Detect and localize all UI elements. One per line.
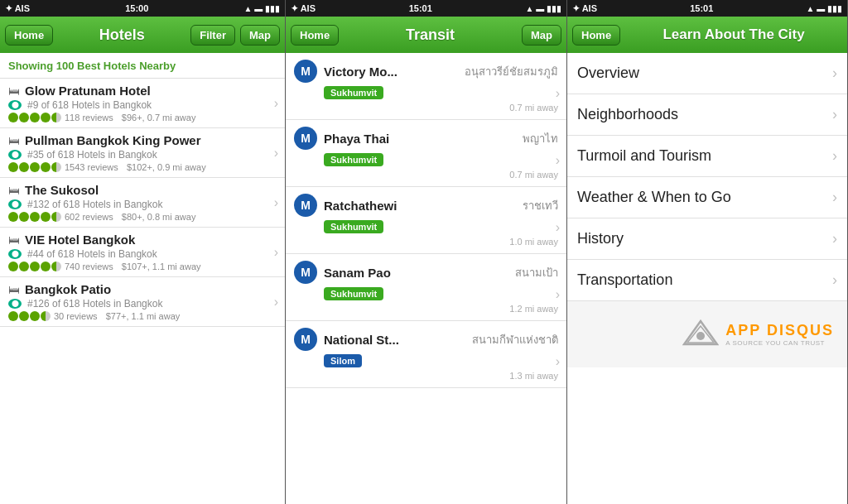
metro-badge: M xyxy=(294,328,317,351)
hotel-price-dist: $107+, 1.1 mi away xyxy=(117,262,201,271)
metro-badge: M xyxy=(294,261,317,284)
learn-item-label: Transportation xyxy=(577,271,672,289)
learn-item-label: Overview xyxy=(577,65,639,82)
hotel-price-dist: $96+, 0.7 mi away xyxy=(117,113,196,122)
hotel-reviews: 602 reviews xyxy=(65,212,113,222)
hotel-stars xyxy=(8,162,61,172)
svg-point-2 xyxy=(696,332,705,340)
hotel-reviews: 30 reviews xyxy=(54,311,98,321)
hotel-rank: #126 of 618 Hotels in Bangkok xyxy=(27,298,162,310)
station-name: National St... xyxy=(324,333,465,347)
tripadvisor-logo: ⬤ xyxy=(8,100,22,110)
chevron-icon: › xyxy=(274,146,278,161)
station-distance: 0.7 mi away xyxy=(294,170,558,180)
transit-title: Transit xyxy=(344,26,517,44)
learn-item-label: Turmoil and Tourism xyxy=(577,147,711,165)
hotel-name: Glow Pratunam Hotel xyxy=(25,84,277,98)
hotels-map-button[interactable]: Map xyxy=(240,25,280,46)
metro-badge: M xyxy=(294,60,317,83)
learn-item-weather[interactable]: Weather & When to Go › xyxy=(567,177,847,218)
learn-item-neighborhoods[interactable]: Neighborhoods › xyxy=(567,94,847,136)
learn-item-transportation[interactable]: Transportation › xyxy=(567,260,847,301)
chevron-icon: › xyxy=(832,65,837,82)
station-thai: สนามกีฬาแห่งชาติ xyxy=(472,331,558,348)
line-badge: Sukhumvit xyxy=(324,153,383,166)
station-distance: 0.7 mi away xyxy=(294,103,558,113)
transit-home-button[interactable]: Home xyxy=(291,25,339,46)
hotel-name: Bangkok Patio xyxy=(25,282,277,296)
transit-item[interactable]: M Sanam Pao สนามเป้า › Sukhumvit 1.2 mi … xyxy=(286,254,566,321)
transit-content: M Victory Mo... อนุสาวรีย์ชัยสมรภูมิ › S… xyxy=(286,53,566,504)
hotel-stars xyxy=(8,311,51,321)
chevron-icon: › xyxy=(274,245,278,260)
line-badge: Sukhumvit xyxy=(324,86,383,99)
hotel-price-dist: $77+, 1.1 mi away xyxy=(101,311,181,321)
bed-icon: 🛏 xyxy=(8,134,20,147)
learn-panel: ✦ AIS 15:01 ▲ ▬ ▮▮▮ Home Learn About The… xyxy=(567,0,848,504)
station-thai: อนุสาวรีย์ชัยสมรภูมิ xyxy=(465,63,558,80)
hotel-name: VIE Hotel Bangkok xyxy=(25,233,277,247)
chevron-icon: › xyxy=(832,230,837,247)
hotel-item[interactable]: 🛏 Glow Pratunam Hotel ⬤ #9 of 618 Hotels… xyxy=(0,79,285,128)
hotels-showing-text: Showing 100 Best Hotels Nearby xyxy=(8,60,176,72)
chevron-icon: › xyxy=(274,96,278,111)
hotel-name: Pullman Bangkok King Power xyxy=(25,133,277,147)
hotel-reviews: 1543 reviews xyxy=(65,162,118,172)
hotels-content: Showing 100 Best Hotels Nearby 🛏 Glow Pr… xyxy=(0,53,285,504)
appdisqus-tagline: A SOURCE YOU CAN TRUST xyxy=(725,339,834,347)
hotels-home-button[interactable]: Home xyxy=(5,25,53,46)
hotel-name: The Sukosol xyxy=(25,183,277,197)
hotel-rank: #35 of 618 Hotels in Bangkok xyxy=(27,149,157,161)
hotels-title: Hotels xyxy=(58,26,186,44)
station-name: Ratchathewi xyxy=(324,199,516,213)
line-badge: Sukhumvit xyxy=(324,220,383,233)
tripadvisor-logo: ⬤ xyxy=(8,199,22,209)
chevron-icon: › xyxy=(274,295,278,310)
hotels-filter-button[interactable]: Filter xyxy=(190,25,235,46)
station-distance: 1.0 mi away xyxy=(294,237,558,247)
hotel-item[interactable]: 🛏 VIE Hotel Bangkok ⬤ #44 of 618 Hotels … xyxy=(0,228,285,277)
station-thai: พญาไท xyxy=(523,130,558,147)
hotel-item[interactable]: 🛏 The Sukosol ⬤ #132 of 618 Hotels in Ba… xyxy=(0,178,285,228)
station-name: Victory Mo... xyxy=(324,65,458,79)
station-name: Phaya Thai xyxy=(324,132,516,146)
learn-content: Overview › Neighborhoods › Turmoil and T… xyxy=(567,53,847,504)
line-badge: Silom xyxy=(324,354,362,367)
bed-icon: 🛏 xyxy=(8,233,20,247)
hotel-stars xyxy=(8,212,61,222)
learn-item-history[interactable]: History › xyxy=(567,218,847,260)
station-distance: 1.3 mi away xyxy=(294,371,558,381)
hotel-rank: #44 of 618 Hotels in Bangkok xyxy=(27,248,157,260)
bed-icon: 🛏 xyxy=(8,184,20,197)
tripadvisor-logo: ⬤ xyxy=(8,299,22,309)
station-name: Sanam Pao xyxy=(324,266,508,280)
transit-status-bar: ✦ AIS 15:01 ▲ ▬ ▮▮▮ xyxy=(286,0,566,17)
hotels-time: 15:00 xyxy=(125,3,148,13)
learn-item-turmoil[interactable]: Turmoil and Tourism › xyxy=(567,136,847,177)
line-badge: Sukhumvit xyxy=(324,287,383,300)
transit-item[interactable]: M National St... สนามกีฬาแห่งชาติ › Silo… xyxy=(286,321,566,388)
hotels-carrier: ✦ AIS xyxy=(5,3,30,14)
bed-icon: 🛏 xyxy=(8,283,20,296)
learn-home-button[interactable]: Home xyxy=(572,25,620,46)
transit-carrier: ✦ AIS xyxy=(291,3,316,14)
tripadvisor-logo: ⬤ xyxy=(8,249,22,259)
station-thai: สนามเป้า xyxy=(515,264,558,281)
hotel-stars xyxy=(8,113,61,122)
hotel-item[interactable]: 🛏 Bangkok Patio ⬤ #126 of 618 Hotels in … xyxy=(0,277,285,327)
transit-time: 15:01 xyxy=(409,3,432,13)
transit-item[interactable]: M Ratchathewi ราชเทวี › Sukhumvit 1.0 mi… xyxy=(286,187,566,254)
transit-map-button[interactable]: Map xyxy=(522,25,561,46)
hotel-rank: #9 of 618 Hotels in Bangkok xyxy=(27,99,152,111)
learn-item-overview[interactable]: Overview › xyxy=(567,53,847,94)
learn-nav-bar: Home Learn About The City xyxy=(567,17,847,53)
metro-badge: M xyxy=(294,127,317,150)
hotels-nav-bar: Home Hotels Filter Map xyxy=(0,17,285,53)
hotel-price-dist: $80+, 0.8 mi away xyxy=(117,212,196,222)
appdisqus-logo-icon xyxy=(682,319,719,349)
transit-item[interactable]: M Victory Mo... อนุสาวรีย์ชัยสมรภูมิ › S… xyxy=(286,53,566,120)
learn-carrier: ✦ AIS xyxy=(572,3,597,14)
hotel-item[interactable]: 🛏 Pullman Bangkok King Power ⬤ #35 of 61… xyxy=(0,128,285,178)
transit-item[interactable]: M Phaya Thai พญาไท › Sukhumvit 0.7 mi aw… xyxy=(286,120,566,187)
learn-status-icons: ▲ ▬ ▮▮▮ xyxy=(807,4,842,13)
